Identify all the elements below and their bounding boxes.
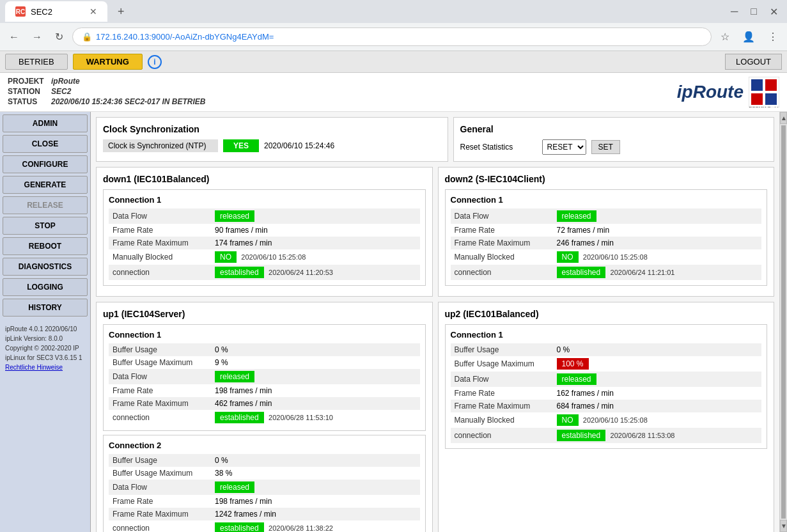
table-row: Data Flow released (109, 208, 420, 224)
top-row: Clock Synchronization Clock is Synchroni… (96, 117, 774, 162)
cell-value: 174 frames / min (211, 237, 420, 249)
cell-value: 246 frames / min (553, 237, 762, 249)
cell-label: Data Flow (109, 480, 211, 495)
sidebar-admin-button[interactable]: ADMIN (3, 114, 88, 132)
cell-label: Data Flow (109, 369, 211, 384)
browser-tab[interactable]: RC SEC2 ✕ (5, 1, 107, 22)
scroll-thumb[interactable] (781, 125, 786, 519)
clock-sync-timestamp: 2020/06/10 15:24:46 (264, 141, 334, 150)
cell-value: NO 2020/06/10 15:25:08 (553, 412, 762, 428)
cell-label: Buffer Usage Maximum (109, 356, 211, 369)
cell-value: 90 frames / min (211, 224, 420, 237)
cell-label: Frame Rate Maximum (451, 400, 553, 412)
new-tab-button[interactable]: + (113, 3, 130, 21)
menu-button[interactable]: ⋮ (764, 28, 782, 45)
cell-label: Manually Blocked (109, 249, 211, 265)
sidebar-close-button[interactable]: CLOSE (3, 135, 88, 153)
timestamp: 2020/06/24 11:20:53 (269, 269, 333, 276)
up1-connection1-box: Connection 1 Buffer Usage 0 % Buffer Usa… (103, 324, 426, 431)
cell-label: Data Flow (451, 208, 553, 224)
wartung-button[interactable]: WARTUNG (73, 54, 143, 70)
cell-label: connection (109, 520, 211, 532)
cell-value: 0 % (553, 343, 762, 356)
cell-value: 9 % (211, 356, 420, 369)
sidebar: ADMIN CLOSE CONFIGURE GENERATE RELEASE S… (0, 112, 91, 532)
sidebar-history-button[interactable]: HISTORY (3, 299, 88, 317)
bookmark-button[interactable]: ☆ (717, 28, 733, 45)
table-row: Manually Blocked NO 2020/06/10 15:25:08 (451, 249, 762, 265)
down2-conn1-table: Data Flow released Frame Rate 72 frames … (451, 208, 762, 280)
svg-rect-3 (751, 93, 763, 105)
cell-label: Buffer Usage Maximum (109, 467, 211, 480)
cell-label: Frame Rate (109, 495, 211, 508)
station-value: SEC2 (51, 87, 71, 96)
address-bar[interactable]: 🔒 172.16.240.13:9000/-AoAiZn-dbYGNg4EAYd… (72, 27, 712, 46)
down1-title: down1 (IEC101Balanced) (103, 174, 426, 184)
legal-link[interactable]: Rechtliche Hinweise (5, 364, 63, 371)
table-row: Data Flow released (451, 372, 762, 387)
logo-icon: IPCOMM GmbH (749, 77, 779, 107)
status-value: 2020/06/10 15:24:36 SEC2-017 IN BETRIEB (51, 97, 205, 106)
cell-label: Frame Rate (451, 224, 553, 237)
cell-label: connection (109, 265, 211, 280)
scroll-down-arrow[interactable]: ▼ (780, 520, 787, 532)
info-button[interactable]: i (148, 55, 162, 69)
table-row: Data Flow released (109, 480, 420, 495)
sidebar-reboot-button[interactable]: REBOOT (3, 237, 88, 255)
scroll-up-arrow[interactable]: ▲ (780, 112, 787, 124)
middle-row: down1 (IEC101Balanced) Connection 1 Data… (96, 167, 774, 297)
sidebar-stop-button[interactable]: STOP (3, 217, 88, 235)
betrieb-button[interactable]: BETRIEB (5, 54, 68, 70)
up2-connection1-box: Connection 1 Buffer Usage 0 % Buffer Usa… (445, 324, 768, 449)
clock-sync-section: Clock Synchronization Clock is Synchroni… (96, 117, 448, 162)
back-button[interactable]: ← (5, 29, 23, 45)
cell-label: Manually Blocked (451, 249, 553, 265)
sidebar-generate-button[interactable]: GENERATE (3, 176, 88, 194)
cell-value: 72 frames / min (553, 224, 762, 237)
status-row: STATUS 2020/06/10 15:24:36 SEC2-017 IN B… (8, 97, 205, 106)
timestamp: 2020/06/28 11:53:08 (611, 432, 675, 439)
profile-button[interactable]: 👤 (738, 28, 759, 45)
up1-conn1-title: Connection 1 (109, 330, 420, 340)
cell-value: 38 % (211, 467, 420, 480)
status-badge: released (215, 210, 254, 222)
sidebar-diagnostics-button[interactable]: DIAGNOSTICS (3, 258, 88, 276)
reset-select[interactable]: RESET (542, 139, 586, 155)
close-window-button[interactable]: ✕ (766, 3, 782, 20)
refresh-button[interactable]: ↻ (51, 28, 67, 45)
status-badge: NO (557, 251, 579, 263)
app-main: ADMIN CLOSE CONFIGURE GENERATE RELEASE S… (0, 112, 787, 532)
status-badge: established (557, 267, 606, 278)
svg-rect-1 (751, 79, 763, 91)
clock-sync-title: Clock Synchronization (103, 124, 441, 134)
logo-text: ipRoute (677, 82, 744, 102)
bottom-row: up1 (IEC104Server) Connection 1 Buffer U… (96, 302, 774, 532)
status-badge: established (215, 412, 264, 423)
scrollbar[interactable]: ▲ ▼ (779, 112, 787, 532)
svg-rect-2 (765, 79, 777, 91)
table-row: connection established 2020/06/28 11:53:… (451, 428, 762, 443)
cell-value: established 2020/06/24 11:20:53 (211, 265, 420, 280)
browser-titlebar: RC SEC2 ✕ + ─ □ ✕ (0, 0, 787, 23)
table-row: connection established 2020/06/24 11:20:… (109, 265, 420, 280)
cell-label: connection (451, 265, 553, 280)
clock-sync-label: Clock is Synchronized (NTP) (103, 139, 218, 152)
sidebar-info-line3: Copyright © 2002-2020 IP (5, 343, 85, 353)
tab-close-button[interactable]: ✕ (90, 6, 97, 17)
up1-connection2-box: Connection 2 Buffer Usage 0 % Buffer Usa… (103, 435, 426, 532)
cell-value: 1242 frames / min (211, 508, 420, 520)
cell-value: established 2020/06/28 11:53:10 (211, 410, 420, 425)
table-row: Buffer Usage Maximum 38 % (109, 467, 420, 480)
sidebar-configure-button[interactable]: CONFIGURE (3, 155, 88, 173)
minimize-button[interactable]: ─ (727, 3, 742, 20)
sidebar-logging-button[interactable]: LOGGING (3, 278, 88, 296)
set-button[interactable]: SET (591, 140, 620, 154)
cell-value: 462 frames / min (211, 397, 420, 410)
table-row: Frame Rate 198 frames / min (109, 495, 420, 508)
reset-statistics-label: Reset Statistics (460, 143, 537, 152)
down1-connection1-box: Connection 1 Data Flow released Frame Ra… (103, 189, 426, 286)
maximize-button[interactable]: □ (747, 3, 761, 20)
cell-value: established 2020/06/28 11:53:08 (553, 428, 762, 443)
logout-button[interactable]: LOGOUT (725, 54, 782, 70)
forward-button[interactable]: → (28, 29, 46, 45)
